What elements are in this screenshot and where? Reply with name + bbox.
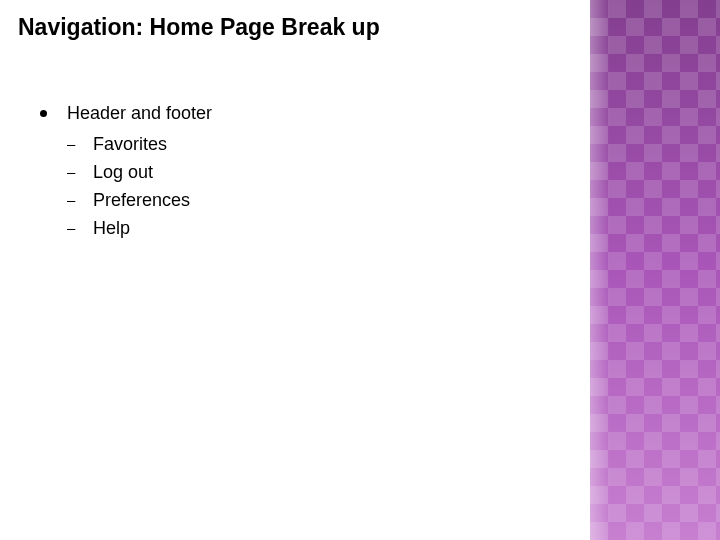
list-item-text: Log out bbox=[93, 159, 153, 187]
list-item-text: Help bbox=[93, 215, 130, 243]
list-item-text: Header and footer bbox=[67, 100, 212, 128]
list-item: – Favorites bbox=[67, 131, 212, 159]
dash-icon: – bbox=[67, 216, 75, 239]
slide-title: Navigation: Home Page Break up bbox=[18, 14, 380, 41]
fade-overlay bbox=[550, 0, 610, 540]
sub-list: – Favorites – Log out – Preferences – He… bbox=[67, 131, 212, 243]
slide: Navigation: Home Page Break up Header an… bbox=[0, 0, 720, 540]
list-item: – Preferences bbox=[67, 187, 212, 215]
bullet-icon bbox=[40, 110, 47, 117]
dash-icon: – bbox=[67, 132, 75, 155]
dash-icon: – bbox=[67, 188, 75, 211]
list-item-text: Preferences bbox=[93, 187, 190, 215]
list-item: Header and footer bbox=[40, 100, 212, 128]
dash-icon: – bbox=[67, 160, 75, 183]
decorative-side-band bbox=[590, 0, 720, 540]
list-item-text: Favorites bbox=[93, 131, 167, 159]
content-body: Header and footer – Favorites – Log out … bbox=[40, 100, 212, 242]
list-item: – Help bbox=[67, 215, 212, 243]
list-item: – Log out bbox=[67, 159, 212, 187]
